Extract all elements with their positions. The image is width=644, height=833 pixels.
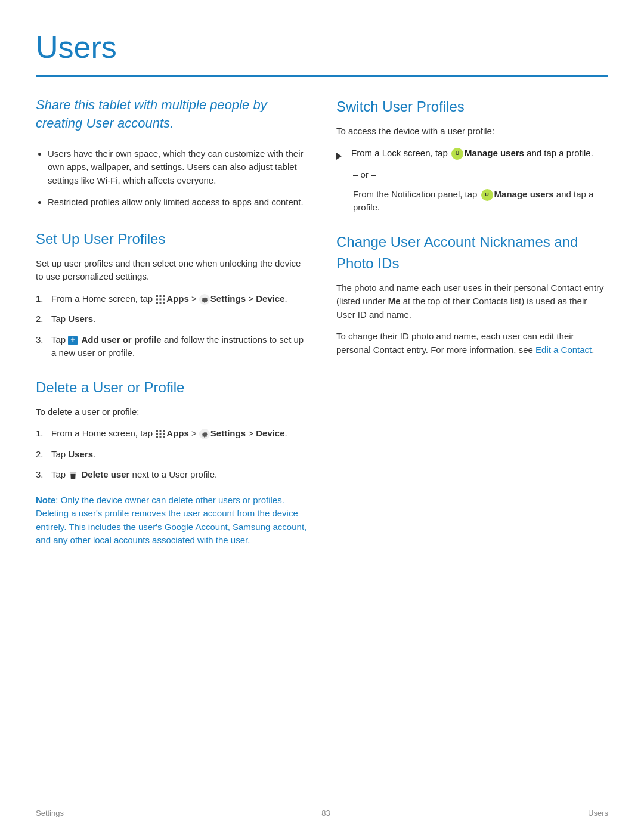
delete-section: Delete a User or Profile To delete a use…: [36, 377, 308, 547]
apps-label-2: Apps: [166, 428, 189, 438]
users-label-right: users: [530, 189, 554, 199]
svg-rect-17: [163, 436, 165, 438]
apps-icon: [155, 294, 166, 305]
users-label-2: Users: [68, 449, 93, 459]
intro-text: Share this tablet with multiple people b…: [36, 96, 308, 133]
page-container: Users Share this tablet with multiple pe…: [0, 0, 644, 583]
note-paragraph: Note: Only the device owner can delete o…: [36, 494, 308, 547]
note-label: Note: [36, 495, 55, 505]
footer-center: 83: [321, 807, 330, 819]
switch-section: Switch User Profiles To access the devic…: [336, 96, 608, 215]
footer: Settings 83 Users: [36, 807, 608, 819]
device-label-1: Device: [256, 293, 284, 304]
svg-rect-2: [163, 295, 165, 297]
delete-steps: 1. From a Home screen, tap: [36, 427, 308, 482]
change-para-2: To change their ID photo and name, each …: [336, 330, 608, 357]
step-2-content: Tap Users.: [51, 312, 95, 326]
settings-icon-1: [199, 294, 210, 305]
manage-users-icon-1: U: [451, 148, 463, 160]
footer-right: Users: [588, 807, 608, 819]
switch-step-2: From the Notification panel, tap UManage…: [353, 188, 608, 215]
svg-rect-5: [163, 298, 165, 300]
add-profile-label: Add user or profile: [82, 335, 162, 345]
footer-left: Settings: [36, 807, 64, 819]
apps-label: Apps: [166, 293, 189, 304]
svg-rect-16: [160, 436, 162, 438]
page-title: Users: [36, 24, 608, 70]
delete-user-label: Delete user: [82, 469, 130, 479]
switch-step-1: From a Lock screen, tap UManage users an…: [336, 147, 608, 163]
switch-intro: To access the device with a user profile…: [336, 125, 608, 138]
step-num-2: 2.: [36, 312, 47, 326]
setup-title: Set Up User Profiles: [36, 228, 308, 250]
edit-contact-link[interactable]: Edit a Contact: [535, 345, 592, 355]
delete-step-3: 3. Tap Delete user next to a User profil…: [36, 468, 308, 482]
delete-title: Delete a User or Profile: [36, 377, 308, 398]
delete-step-num-1: 1.: [36, 427, 47, 441]
delete-step-num-3: 3.: [36, 468, 47, 482]
delete-step-2: 2. Tap Users.: [36, 448, 308, 462]
note-content: : Only the device owner can delete other…: [36, 495, 306, 546]
svg-rect-1: [160, 295, 162, 297]
step-num-3: 3.: [36, 333, 47, 360]
left-column: Share this tablet with multiple people b…: [36, 96, 308, 547]
right-column: Switch User Profiles To access the devic…: [336, 96, 608, 547]
intro-bullets: Users have their own space, which they c…: [36, 147, 308, 209]
delete-step-2-content: Tap Users.: [51, 448, 95, 462]
svg-rect-0: [156, 295, 158, 297]
svg-rect-14: [163, 433, 165, 435]
svg-rect-9: [156, 430, 158, 432]
two-column-layout: Share this tablet with multiple people b…: [36, 96, 608, 547]
svg-rect-7: [160, 302, 162, 304]
svg-rect-6: [156, 302, 158, 304]
delete-step-1: 1. From a Home screen, tap: [36, 427, 308, 441]
delete-step-num-2: 2.: [36, 448, 47, 462]
manage-label: Manage: [494, 189, 528, 199]
manage-users-label-1: Manage users: [465, 148, 524, 158]
svg-rect-8: [163, 302, 165, 304]
device-label-2: Device: [256, 428, 284, 438]
switch-title: Switch User Profiles: [336, 96, 608, 117]
svg-rect-12: [156, 433, 158, 435]
bullet-1: Users have their own space, which they c…: [48, 147, 308, 188]
settings-label-1: Settings: [210, 293, 246, 304]
change-title: Change User Account Nicknames and Photo …: [336, 231, 608, 274]
switch-step-block: From a Lock screen, tap UManage users an…: [336, 147, 608, 215]
trash-icon: [68, 470, 78, 480]
setup-steps: 1. From a Home screen, tap: [36, 292, 308, 360]
svg-rect-3: [156, 298, 158, 300]
me-label: Me: [388, 296, 401, 306]
settings-icon-2: [199, 429, 210, 439]
delete-step-3-content: Tap Delete user next to a User profile.: [51, 468, 217, 482]
add-icon: +: [68, 336, 78, 345]
svg-rect-15: [156, 436, 158, 438]
users-label-1: Users: [68, 314, 93, 324]
arrow-icon-1: [336, 149, 346, 163]
delete-intro: To delete a user or profile:: [36, 405, 308, 419]
svg-rect-4: [160, 298, 162, 300]
title-divider: [36, 75, 608, 77]
or-text: – or –: [353, 168, 608, 182]
change-para-1: The photo and name each user uses in the…: [336, 281, 608, 322]
setup-step-3: 3. Tap + Add user or profile and follow …: [36, 333, 308, 360]
svg-rect-10: [160, 430, 162, 432]
svg-rect-11: [163, 430, 165, 432]
step-num-1: 1.: [36, 292, 47, 306]
setup-step-2: 2. Tap Users.: [36, 312, 308, 326]
change-section: Change User Account Nicknames and Photo …: [336, 231, 608, 357]
setup-intro: Set up user profiles and then select one…: [36, 257, 308, 284]
setup-step-1: 1. From a Home screen, tap: [36, 292, 308, 306]
bullet-2: Restricted profiles allow only limited a…: [48, 196, 308, 209]
apps-icon-2: [155, 429, 166, 439]
step-1-content: From a Home screen, tap: [51, 292, 287, 306]
settings-label-2: Settings: [210, 428, 246, 438]
svg-rect-13: [160, 433, 162, 435]
manage-users-icon-2: U: [481, 189, 493, 201]
delete-step-1-content: From a Home screen, tap: [51, 427, 287, 441]
setup-section: Set Up User Profiles Set up user profile…: [36, 228, 308, 360]
switch-step-1-text: From a Lock screen, tap UManage users an…: [351, 147, 593, 160]
step-3-content: Tap + Add user or profile and follow the…: [51, 333, 308, 360]
